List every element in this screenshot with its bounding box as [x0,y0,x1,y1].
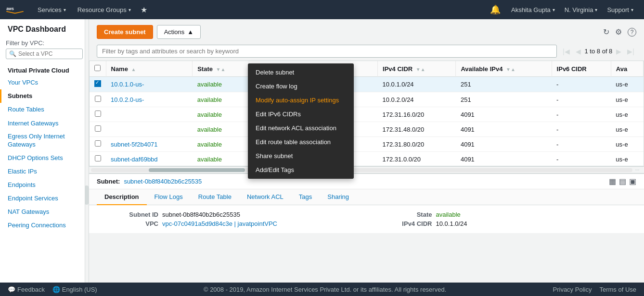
scroll-thumb[interactable] [149,168,245,172]
row-checkbox[interactable] [95,96,101,102]
table-row[interactable]: available vpc-1e77ce64 172.31.16.0/20 40… [90,107,644,122]
row-checkbox[interactable] [95,111,101,117]
action-edit-acl[interactable]: Edit network ACL association [248,121,354,135]
help-icon[interactable]: ? [628,28,636,37]
chevron-down-icon: ▾ [631,7,633,12]
user-menu[interactable]: Akshita Gupta ▾ [506,6,560,13]
sidebar-item-peering[interactable]: Peering Connections [0,219,89,232]
nav-resource-groups[interactable]: Resource Groups ▾ [72,0,137,19]
detail-subnet-id: Subnet ID subnet-0b8f840b2b6c25535 [101,211,359,218]
sidebar-scrollbar[interactable] [85,19,89,296]
refresh-icon[interactable]: ↻ [603,27,609,37]
nav-services[interactable]: Services ▾ [32,0,72,19]
select-all-header[interactable] [90,61,106,77]
toolbar: Create subnet Actions ▲ ↻ ⚙ ? [89,19,644,43]
scroll-track[interactable] [91,168,632,172]
tab-network-acl[interactable]: Network ACL [239,189,291,205]
tab-sharing[interactable]: Sharing [320,189,357,205]
row-ipv4cidr: 172.31.48.0/20 [378,122,456,137]
aws-logo[interactable]: aws [6,4,24,15]
row-checkbox[interactable] [95,155,101,161]
select-all-checkbox[interactable] [94,65,101,71]
col-az[interactable]: Ava [611,61,643,77]
region-menu[interactable]: N. Virginia ▾ [560,6,603,13]
action-add-tags[interactable]: Add/Edit Tags [248,163,354,177]
row-avail-ipv4: 251 [456,92,552,107]
feedback-button[interactable]: 💬 Feedback [8,286,45,293]
row-checkbox-cell[interactable] [90,122,106,137]
tab-flow-logs[interactable]: Flow Logs [147,189,191,205]
notifications-icon[interactable]: 🔔 [484,4,506,15]
row-name [106,107,193,122]
sidebar-item-dhcp-options[interactable]: DHCP Options Sets [0,151,89,165]
sidebar-item-your-vpcs[interactable]: Your VPCs [0,76,89,89]
row-checkbox[interactable] [95,140,101,147]
filter-row: |◀ ◀ 1 to 8 of 8 ▶ ▶| [89,43,644,61]
chevron-down-icon: ▾ [595,7,597,12]
support-menu[interactable]: Support ▾ [602,6,638,13]
row-avail-ipv4: 251 [456,77,552,92]
row-checkbox-cell[interactable] [90,107,106,122]
horizontal-scrollbar[interactable]: ··· [89,166,644,173]
table-row[interactable]: subnet-daf69bbd available vpc-1e77ce64 1… [90,152,644,167]
tab-tags[interactable]: Tags [291,189,320,205]
sidebar-item-egress-gateways[interactable]: Egress Only Internet Gateways [0,130,89,151]
row-ipv4cidr: 172.31.80.0/20 [378,137,456,152]
table-row[interactable]: available vpc-1e77ce64 172.31.48.0/20 40… [90,122,644,137]
row-ipv4cidr: 10.0.1.0/24 [378,77,456,92]
sidebar-item-endpoints[interactable]: Endpoints [0,178,89,192]
sidebar-item-internet-gateways[interactable]: Internet Gateways [0,117,89,130]
sidebar-item-endpoint-services[interactable]: Endpoint Services [0,192,89,205]
resize-handle[interactable]: ··· [632,168,642,172]
prev-page-button[interactable]: ◀ [574,47,583,56]
action-create-flow-log[interactable]: Create flow log [248,79,354,93]
sidebar-filter-section: Filter by VPC: 🔍 [0,37,89,63]
row-checkbox-cell[interactable] [90,77,106,92]
row-checkbox-cell[interactable] [90,152,106,167]
table-row[interactable]: subnet-5f2b4071 available vpc-1e77ce64 1… [90,137,644,152]
next-page-button[interactable]: ▶ [614,47,623,56]
terms-link[interactable]: Terms of Use [599,286,636,293]
col-ipv6cidr[interactable]: IPv6 CIDR [552,61,611,77]
sidebar-item-route-tables[interactable]: Route Tables [0,103,89,116]
chat-icon: 💬 [8,286,15,293]
grid-icon-3[interactable]: ▣ [629,177,636,186]
row-checkbox-cell[interactable] [90,137,106,152]
col-ipv4cidr[interactable]: IPv4 CIDR ▼▲ [378,61,456,77]
col-avail-ipv4[interactable]: Available IPv4 ▼▲ [456,61,552,77]
sidebar-item-elastic-ips[interactable]: Elastic IPs [0,165,89,178]
settings-icon[interactable]: ⚙ [615,27,622,37]
sidebar-title: VPC Dashboard [0,19,89,37]
bottom-tabs: Description Flow Logs Route Table Networ… [89,189,644,205]
filter-input[interactable] [97,45,557,58]
vpc-filter-input[interactable]: 🔍 [6,49,83,59]
action-share-subnet[interactable]: Share subnet [248,149,354,163]
table-row[interactable]: 10.0.2.0-us- available vpc-07c0491a5d9d8… [90,92,644,107]
grid-icon-1[interactable]: ▦ [609,177,616,186]
col-name[interactable]: Name ▲ [106,61,193,77]
action-edit-ipv6[interactable]: Edit IPv6 CIDRs [248,107,354,121]
language-selector[interactable]: 🌐 English (US) [52,286,97,293]
action-delete-subnet[interactable]: Delete subnet [248,65,354,79]
tab-description[interactable]: Description [97,189,147,205]
row-name [106,122,193,137]
subnet-id-value[interactable]: subnet-0b8f840b2b6c25535 [124,178,202,185]
privacy-link[interactable]: Privacy Policy [553,286,592,293]
tab-route-table[interactable]: Route Table [191,189,239,205]
actions-button[interactable]: Actions ▲ [157,25,201,39]
row-checkbox[interactable] [95,125,101,132]
sidebar-item-subnets[interactable]: Subnets [0,89,89,103]
first-page-button[interactable]: |◀ [561,47,572,56]
vpc-select[interactable] [18,50,79,57]
favorites-icon[interactable]: ★ [137,5,151,14]
last-page-button[interactable]: ▶| [625,47,636,56]
action-edit-route[interactable]: Edit route table association [248,135,354,149]
row-ipv6cidr: - [552,107,611,122]
grid-icon-2[interactable]: ▤ [619,177,626,186]
table-row[interactable]: 10.0.1.0-us- available vpc-07c0491a5d9d8… [90,77,644,92]
sidebar-item-nat-gateways[interactable]: NAT Gateways [0,205,89,219]
action-modify-ip[interactable]: Modify auto-assign IP settings [248,93,354,107]
create-subnet-button[interactable]: Create subnet [97,25,153,39]
col-state[interactable]: State ▼▲ [193,61,249,77]
row-checkbox-cell[interactable] [90,92,106,107]
